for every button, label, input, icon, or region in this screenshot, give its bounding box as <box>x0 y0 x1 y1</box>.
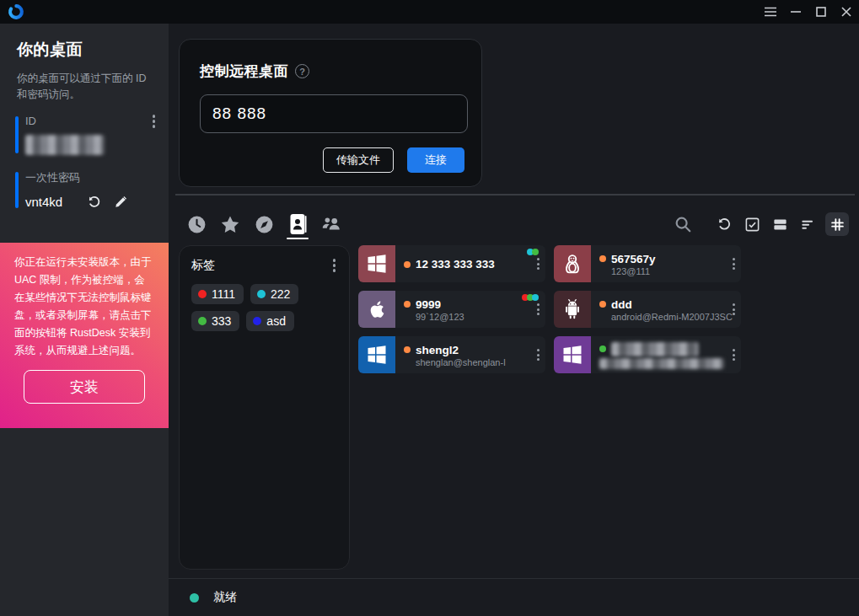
peer-username: 99`12@123 <box>404 312 540 322</box>
connect-card: 控制远程桌面 ? 传输文件 连接 <box>179 39 482 187</box>
peer-card[interactable]: 9999 99`12@123 <box>358 291 545 328</box>
tag-label: 333 <box>212 314 231 328</box>
edit-password-icon[interactable] <box>114 194 129 209</box>
transfer-file-button[interactable]: 传输文件 <box>323 147 394 173</box>
tab-groups[interactable] <box>320 211 342 238</box>
sidebar-title: 你的桌面 <box>0 24 169 61</box>
password-section: 一次性密码 vnt4kd <box>15 170 169 210</box>
peer-tag-dots <box>523 294 539 301</box>
rustdesk-logo-icon <box>7 3 25 21</box>
peer-status-dot <box>404 301 411 308</box>
peer-card[interactable] <box>554 336 741 373</box>
password-label: 一次性密码 <box>25 170 80 185</box>
peer-username: android@Redmi-M2007J3SC <box>599 312 736 322</box>
tab-recent-sessions[interactable] <box>185 211 207 238</box>
tag-chip[interactable]: asd <box>246 311 294 331</box>
connect-button[interactable]: 连接 <box>407 147 464 173</box>
peer-menu-icon[interactable] <box>537 349 540 361</box>
tag-label: 222 <box>271 287 290 301</box>
view-grid-icon[interactable] <box>825 212 849 236</box>
peer-status-dot <box>404 261 411 268</box>
peer-tag-dots <box>529 249 539 255</box>
peer-status-dot <box>404 346 411 353</box>
select-checkbox-icon[interactable] <box>742 214 762 234</box>
peer-menu-icon[interactable] <box>537 258 540 270</box>
close-button[interactable] <box>834 0 859 24</box>
peer-menu-icon[interactable] <box>733 349 735 361</box>
uac-warning-text: 你正在运行未安装版本，由于 UAC 限制，作为被控端，会在某些情况下无法控制鼠标… <box>14 254 154 360</box>
view-cards-icon[interactable] <box>770 214 790 234</box>
peer-card[interactable]: 12 333 333 333 <box>358 245 545 282</box>
status-bar: 就绪 <box>169 579 859 616</box>
tags-menu-icon[interactable] <box>333 259 336 272</box>
peer-menu-icon[interactable] <box>733 303 735 315</box>
sort-icon[interactable] <box>797 214 818 234</box>
peer-name: 12 333 333 333 <box>416 258 495 271</box>
maximize-button[interactable] <box>808 0 834 24</box>
id-section: ID <box>15 115 169 155</box>
peer-username: shenglan@shenglan-l <box>404 357 540 367</box>
id-menu-icon[interactable] <box>153 115 156 128</box>
peer-name: 567567y <box>611 253 656 265</box>
peer-toolbar <box>169 207 859 241</box>
remote-id-input[interactable] <box>200 94 468 133</box>
tag-chip[interactable]: 1111 <box>191 284 244 304</box>
password-value[interactable]: vnt4kd <box>25 195 62 209</box>
connection-status-text: 就绪 <box>213 590 237 605</box>
windows-os-icon <box>358 245 395 282</box>
help-icon[interactable]: ? <box>295 64 309 78</box>
peer-name-censored <box>611 342 699 356</box>
peer-status-dot <box>599 345 606 352</box>
peer-actions <box>673 212 849 236</box>
windows-os-icon <box>358 336 395 373</box>
connection-status-dot <box>190 593 199 603</box>
peer-menu-icon[interactable] <box>537 303 540 315</box>
minimize-button[interactable] <box>783 0 808 24</box>
peer-name: ddd <box>611 298 632 311</box>
peer-username: 123@111 <box>599 266 736 276</box>
peer-status-dot <box>599 301 606 308</box>
peer-username-censored <box>599 358 724 369</box>
menu-icon[interactable] <box>758 0 783 24</box>
peer-card[interactable]: ddd android@Redmi-M2007J3SC <box>554 291 741 328</box>
android-os-icon <box>554 291 591 328</box>
id-accent-bar <box>15 116 19 153</box>
peer-menu-icon[interactable] <box>733 258 735 270</box>
sidebar: 你的桌面 你的桌面可以通过下面的 ID 和密码访问。 ID 一次性密码 vnt4… <box>0 24 169 616</box>
sidebar-description: 你的桌面可以通过下面的 ID 和密码访问。 <box>0 61 169 103</box>
apple-os-icon <box>358 291 395 328</box>
tag-list: 1111 222 333 asd <box>191 284 339 331</box>
tag-chip[interactable]: 333 <box>191 311 239 331</box>
active-tab-underline <box>287 238 309 240</box>
id-label: ID <box>25 115 36 127</box>
peer-card[interactable]: shengl2 shenglan@shenglan-l <box>358 336 545 373</box>
peer-grid: 12 333 333 333 <box>358 245 741 373</box>
peer-status-dot <box>599 255 606 262</box>
install-button[interactable]: 安装 <box>24 370 145 404</box>
refresh-password-icon[interactable] <box>86 194 102 210</box>
peer-card[interactable]: 567567y 123@111 <box>554 245 741 282</box>
peer-name: shengl2 <box>416 344 459 356</box>
password-accent-bar <box>15 172 19 208</box>
tab-favorites[interactable] <box>219 211 241 238</box>
tags-panel: 标签 1111 222 333 asd <box>179 245 350 570</box>
tags-title: 标签 <box>191 258 215 273</box>
id-value-censored[interactable] <box>25 135 105 155</box>
refresh-icon[interactable] <box>714 214 734 234</box>
tag-color-dot <box>253 317 261 325</box>
tag-chip[interactable]: 222 <box>250 284 298 304</box>
tag-label: 1111 <box>212 287 235 301</box>
windows-os-icon <box>554 336 591 373</box>
tag-color-dot <box>257 290 266 298</box>
tab-discovered[interactable] <box>253 211 275 238</box>
linux-os-icon <box>554 245 591 282</box>
tag-color-dot <box>198 290 207 298</box>
connect-card-title: 控制远程桌面 <box>200 62 288 81</box>
uac-warning-panel: 你正在运行未安装版本，由于 UAC 限制，作为被控端，会在某些情况下无法控制鼠标… <box>0 243 169 428</box>
search-icon[interactable] <box>673 214 693 234</box>
rustdesk-window: 你的桌面 你的桌面可以通过下面的 ID 和密码访问。 ID 一次性密码 vnt4… <box>0 0 859 616</box>
tab-address-book[interactable] <box>287 211 309 238</box>
section-divider <box>175 194 855 196</box>
peer-name: 9999 <box>416 298 441 311</box>
peer-tabs <box>185 211 342 238</box>
